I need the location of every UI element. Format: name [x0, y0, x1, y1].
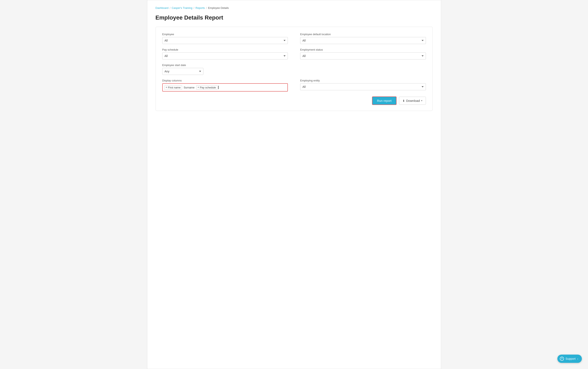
filter-employing-entity: Employing entity All	[300, 79, 426, 92]
employee-label: Employee	[162, 33, 288, 36]
filter-employee-location: Employee default location All	[300, 33, 426, 44]
tag-pay-schedule-remove[interactable]: ×	[198, 86, 199, 89]
tag-pay-schedule: × Pay schedule	[196, 85, 217, 90]
filter-display-columns: Display columns × First name Surname × P…	[162, 79, 288, 92]
start-date-label: Employee start date	[162, 63, 288, 67]
employee-location-label: Employee default location	[300, 33, 426, 36]
start-date-select[interactable]: Any	[162, 68, 203, 75]
pay-schedule-label: Pay schedule	[162, 48, 288, 51]
breadcrumb-sep-3: /	[206, 7, 207, 10]
breadcrumb: Dashboard / Casper's Training / Reports …	[156, 6, 433, 10]
breadcrumb-training[interactable]: Casper's Training	[172, 6, 192, 10]
text-cursor	[218, 86, 219, 89]
filter-card: Employee All Employee default location A…	[156, 27, 433, 111]
employment-status-label: Employment status	[300, 48, 426, 51]
support-label: Support	[566, 357, 576, 360]
breadcrumb-reports[interactable]: Reports	[196, 6, 205, 10]
display-columns-label: Display columns	[162, 79, 288, 82]
tag-first-name-remove[interactable]: ×	[166, 86, 167, 89]
chevron-down-icon: ▾	[421, 99, 422, 102]
support-icon: ?	[560, 357, 564, 361]
tag-surname: Surname	[183, 86, 195, 90]
breadcrumb-dashboard[interactable]: Dashboard	[156, 6, 169, 10]
grid-spacer	[300, 63, 426, 75]
filter-employee: Employee All	[162, 33, 288, 44]
employee-location-select[interactable]: All	[300, 37, 426, 44]
employee-select[interactable]: All	[162, 37, 288, 44]
actions-row: Run report ⬇ Download ▾	[162, 96, 426, 105]
employment-status-select[interactable]: All	[300, 52, 426, 60]
download-label: Download	[406, 99, 420, 102]
page-wrapper: Dashboard / Casper's Training / Reports …	[147, 0, 441, 369]
display-columns-input[interactable]: × First name Surname × Pay schedule	[162, 83, 288, 92]
support-button[interactable]: ? Support ›	[557, 355, 582, 363]
filter-pay-schedule: Pay schedule All	[162, 48, 288, 60]
tag-first-name: × First name	[164, 85, 182, 90]
filter-grid: Employee All Employee default location A…	[162, 33, 426, 92]
breadcrumb-sep-1: /	[170, 7, 170, 10]
tag-first-name-label: First name	[168, 86, 181, 89]
filter-start-date: Employee start date Any	[162, 63, 288, 75]
tag-pay-schedule-label: Pay schedule	[200, 86, 216, 89]
breadcrumb-current: Employee Details	[208, 6, 229, 10]
employing-entity-label: Employing entity	[300, 79, 426, 82]
filter-employment-status: Employment status All	[300, 48, 426, 60]
support-arrow-icon: ›	[577, 357, 578, 360]
breadcrumb-sep-2: /	[194, 7, 194, 10]
pay-schedule-select[interactable]: All	[162, 52, 288, 60]
employing-entity-select[interactable]: All	[300, 83, 426, 90]
page-title: Employee Details Report	[156, 14, 433, 21]
download-icon: ⬇	[402, 99, 405, 102]
run-report-button[interactable]: Run report	[372, 96, 397, 105]
download-button[interactable]: ⬇ Download ▾	[399, 97, 426, 105]
